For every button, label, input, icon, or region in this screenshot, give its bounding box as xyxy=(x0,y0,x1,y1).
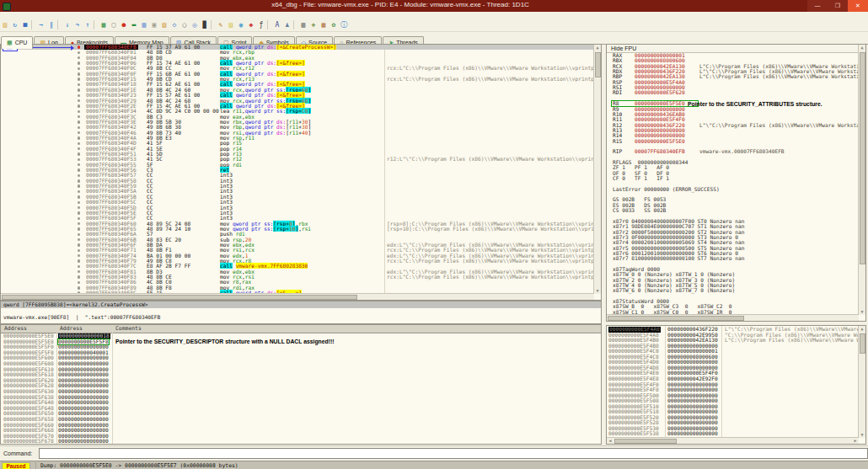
stack-hscrollbar[interactable]: ◀ ▶ xyxy=(607,437,859,444)
restart-icon[interactable]: ↻ xyxy=(10,20,20,30)
call-stack-icon[interactable]: ▥ xyxy=(139,20,149,30)
row-dot[interactable] xyxy=(78,61,80,64)
stack-pane[interactable]: 0000000000E5F4A0000000000436F220L"\"C:\\… xyxy=(606,325,866,445)
memory-map-icon[interactable]: ▬ xyxy=(129,20,139,30)
fx-icon[interactable]: ƒ xyxy=(256,20,266,30)
row-dot[interactable] xyxy=(78,174,80,177)
search-icon[interactable]: ○ xyxy=(179,20,190,30)
row-dot[interactable] xyxy=(78,94,80,97)
row-dot[interactable] xyxy=(78,222,80,225)
font-icon[interactable]: A xyxy=(272,20,282,30)
dump-row[interactable]: 0000000000E5F6780000000000000000 xyxy=(1,439,601,445)
row-dot[interactable] xyxy=(78,206,80,209)
compass-icon[interactable]: ◉ xyxy=(236,20,246,30)
row-dot[interactable] xyxy=(78,77,80,80)
patch-icon[interactable]: ▤ xyxy=(226,20,236,30)
row-dot[interactable] xyxy=(78,115,80,118)
row-dot[interactable] xyxy=(78,243,80,246)
row-dot[interactable] xyxy=(78,126,80,129)
source-icon[interactable]: ◇ xyxy=(169,20,179,30)
status-paused-badge: Paused xyxy=(2,462,30,469)
row-dot[interactable] xyxy=(78,142,80,145)
info-icon[interactable]: ⓘ xyxy=(339,20,349,30)
row-dot[interactable] xyxy=(78,275,80,278)
disassembly-pane[interactable]: 00007FF680340EFBFF 15 37 A9 61 00call qw… xyxy=(0,44,602,301)
cpu-window-icon[interactable]: ▦ xyxy=(99,20,109,30)
execute-till-return-icon[interactable]: ↑ xyxy=(83,20,93,30)
table-icon[interactable]: ▥ xyxy=(298,20,308,30)
row-dot[interactable] xyxy=(78,131,80,134)
registers-pane[interactable]: Hide FPU RAX0000000000000001RBX000000000… xyxy=(606,44,866,322)
dump-address: 0000000000E5F678 xyxy=(3,439,54,445)
tab-bar: ▦CPU▤Log●Breakpoints▬Memory Map▥Call Sta… xyxy=(0,32,868,45)
row-dot[interactable] xyxy=(78,286,80,289)
disasm-hscrollbar[interactable]: ▶ xyxy=(1,293,594,300)
row-dot[interactable] xyxy=(78,184,80,187)
row-dot[interactable] xyxy=(78,88,80,91)
registers-hscrollbar[interactable] xyxy=(607,314,859,321)
window-title: x64_dbg - File: vmware-vmx.exe - PID: E4… xyxy=(0,1,801,8)
row-dot[interactable] xyxy=(78,163,80,166)
row-dot[interactable] xyxy=(78,201,80,204)
row-dot[interactable] xyxy=(78,51,80,54)
references-icon[interactable]: ◎ xyxy=(190,20,200,30)
window-icon[interactable]: ▣ xyxy=(149,20,159,30)
row-dot[interactable] xyxy=(78,152,80,155)
row-dot[interactable] xyxy=(78,158,80,161)
binary-icon[interactable]: ▉ xyxy=(200,20,210,30)
step-into-icon[interactable]: ↓ xyxy=(62,20,72,30)
new-script-icon[interactable]: ▢ xyxy=(109,20,119,30)
pencil-icon[interactable]: ✎ xyxy=(216,20,226,30)
disasm-vscrollbar[interactable]: ▲ ▼ xyxy=(593,45,601,294)
bricks-icon[interactable]: ▦ xyxy=(319,20,329,30)
minimize-button[interactable]: — xyxy=(807,0,828,12)
row-dot[interactable] xyxy=(78,120,80,123)
step-over-icon[interactable]: ↷ xyxy=(72,20,83,30)
eraser-icon[interactable]: ◆ xyxy=(246,20,256,30)
log-icon[interactable]: ▤ xyxy=(159,20,169,30)
row-dot[interactable] xyxy=(78,83,80,86)
breakpoint-dot[interactable] xyxy=(78,45,80,48)
breakpoint-icon[interactable]: ● xyxy=(119,20,129,30)
dump-pane[interactable]: Address Address Comments 0000000000E5F5E… xyxy=(0,324,602,445)
row-dot[interactable] xyxy=(78,249,80,252)
row-dot[interactable] xyxy=(78,254,80,257)
stop-icon[interactable]: ■ xyxy=(20,20,30,30)
row-dot[interactable] xyxy=(78,67,80,70)
row-dot[interactable] xyxy=(78,233,80,236)
settings-icon[interactable]: ❖ xyxy=(308,20,319,30)
dump-header-address2: Address xyxy=(60,325,83,333)
close-button[interactable]: ✕ xyxy=(848,0,868,12)
row-dot[interactable] xyxy=(78,56,80,59)
row-dot[interactable] xyxy=(78,265,80,268)
row-dot[interactable] xyxy=(78,270,80,273)
row-dot[interactable] xyxy=(78,168,80,171)
maximize-button[interactable]: ❐ xyxy=(828,0,848,12)
row-dot[interactable] xyxy=(78,281,80,284)
row-dot[interactable] xyxy=(78,259,80,262)
row-dot[interactable] xyxy=(78,211,80,214)
run-icon[interactable]: → xyxy=(36,20,46,30)
stack-vscrollbar[interactable]: ▲ ▼ xyxy=(858,326,865,438)
row-dot[interactable] xyxy=(78,72,80,75)
plugins-icon[interactable]: ✿ xyxy=(329,20,339,30)
row-dot[interactable] xyxy=(78,136,80,139)
row-dot[interactable] xyxy=(78,99,80,102)
registers-vscrollbar[interactable]: ▲ ▼ xyxy=(858,45,865,315)
row-dot[interactable] xyxy=(78,238,80,241)
row-dot[interactable] xyxy=(78,147,80,150)
dump-comment: Pointer to the SECURITY_DESCRIPTOR struc… xyxy=(115,339,334,345)
row-dot[interactable] xyxy=(78,227,80,230)
open-file-icon[interactable]: ▤ xyxy=(0,20,10,30)
dump-value[interactable]: 0000000000000000 xyxy=(58,439,109,445)
command-input[interactable] xyxy=(39,448,868,459)
row-dot[interactable] xyxy=(78,179,80,182)
row-dot[interactable] xyxy=(78,190,80,193)
pause-icon[interactable]: ∥ xyxy=(46,20,56,30)
row-dot[interactable] xyxy=(78,104,80,107)
tab-cpu[interactable]: ▦CPU xyxy=(1,36,33,49)
row-dot[interactable] xyxy=(78,110,80,113)
row-dot[interactable] xyxy=(78,195,80,198)
user-icon[interactable]: ♟ xyxy=(282,20,292,30)
row-dot[interactable] xyxy=(78,217,80,220)
